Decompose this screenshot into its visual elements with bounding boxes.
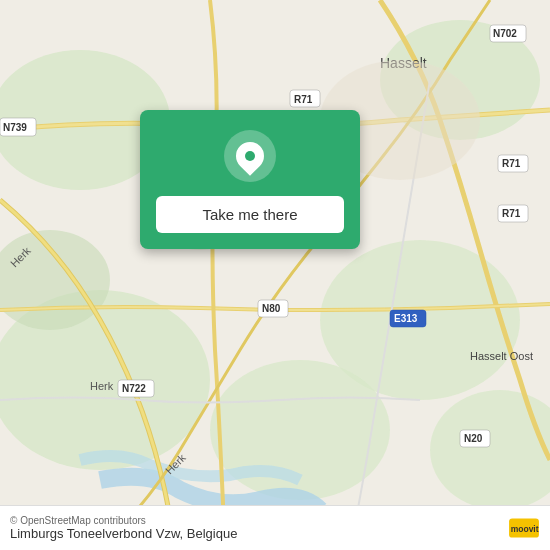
svg-text:R71: R71 [502,208,521,219]
moovit-logo: moovit [508,512,540,544]
bottom-bar: © OpenStreetMap contributors Limburgs To… [0,505,550,550]
location-name: Limburgs Toneelverbond Vzw, Belgique [10,526,237,541]
moovit-logo-icon: moovit [508,512,540,544]
svg-text:R71: R71 [502,158,521,169]
svg-text:moovit: moovit [511,524,539,534]
take-me-there-button[interactable]: Take me there [156,196,344,233]
svg-text:N739: N739 [3,122,27,133]
svg-text:N722: N722 [122,383,146,394]
pin-icon-wrapper [224,130,276,182]
bottom-left: © OpenStreetMap contributors Limburgs To… [10,515,237,541]
svg-text:R71: R71 [294,94,313,105]
location-card: Take me there [140,110,360,249]
location-pin-icon [230,136,270,176]
osm-attribution: © OpenStreetMap contributors [10,515,237,526]
map-container: N739 R71 N702 R71 R71 N80 E313 N722 N20 … [0,0,550,550]
svg-text:Hasselt Oost: Hasselt Oost [470,350,533,362]
svg-text:E313: E313 [394,313,418,324]
svg-text:N20: N20 [464,433,483,444]
svg-text:Herk: Herk [90,380,114,392]
map-background: N739 R71 N702 R71 R71 N80 E313 N722 N20 … [0,0,550,550]
svg-text:N80: N80 [262,303,281,314]
svg-text:N702: N702 [493,28,517,39]
